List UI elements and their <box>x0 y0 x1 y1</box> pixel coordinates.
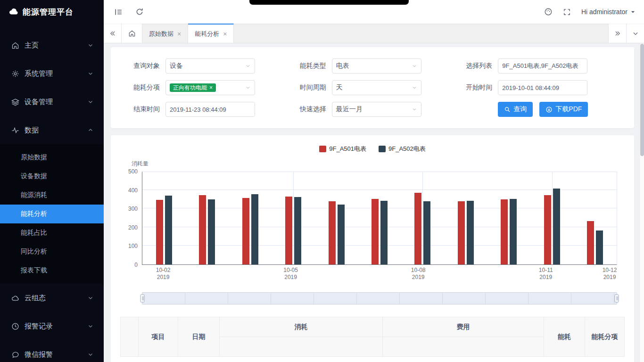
collapse-sidebar-icon[interactable] <box>114 8 123 16</box>
app-title: 能源管理平台 <box>23 7 74 17</box>
x-tick-label: 10-052019 <box>283 267 298 281</box>
tab-home[interactable] <box>122 24 142 43</box>
sidebar-item-system[interactable]: 系统管理 <box>0 59 104 88</box>
user-menu[interactable]: Hi administrator <box>581 8 636 16</box>
search-button[interactable]: 查询 <box>498 102 533 117</box>
slider-right-handle[interactable] <box>615 295 619 303</box>
download-icon <box>545 106 553 113</box>
bar <box>596 230 603 264</box>
tag-label: 正向有功电能 <box>173 85 207 90</box>
result-table: 项目 日期 消耗 费用 能耗 能耗分项 <box>120 317 625 357</box>
slider-left-handle[interactable] <box>140 295 145 303</box>
energy-subitem-select[interactable]: 正向有功电能 × <box>165 80 255 95</box>
tabs-scroll-left-button[interactable] <box>104 24 122 43</box>
legend-item[interactable]: 9F_A501电表 <box>319 145 366 153</box>
meter-list-input-wrap <box>498 58 587 74</box>
legend-swatch-icon <box>379 146 386 152</box>
data-zoom-slider[interactable] <box>142 292 617 304</box>
tab-raw-data[interactable]: 原始数据 × <box>142 24 188 43</box>
tab-energy-analysis[interactable]: 能耗分析 × <box>188 24 234 43</box>
table-header-consumption: 消耗 <box>220 317 383 337</box>
meter-list-input[interactable] <box>502 63 583 70</box>
end-time-input[interactable] <box>170 106 251 113</box>
sidebar-item-cloud-config[interactable]: 云组态 <box>0 284 104 312</box>
bar <box>208 199 215 264</box>
field-label: 能耗分项 <box>123 83 160 92</box>
table-header-cost: 费用 <box>383 317 544 337</box>
sidebar-item-energy-consumption[interactable]: 能源消耗 <box>0 186 104 205</box>
layers-icon <box>11 98 20 106</box>
sidebar-item-home[interactable]: 主页 <box>0 31 104 59</box>
chevron-down-icon <box>412 85 417 90</box>
close-icon[interactable]: × <box>223 31 227 37</box>
legend-item[interactable]: 9F_A502电表 <box>379 145 426 153</box>
page-scrollbar[interactable] <box>639 43 644 362</box>
bar-chart: 消耗量 0100200300400500 10-02201910-0520191… <box>120 160 625 281</box>
y-tick-label: 0 <box>134 262 138 268</box>
sidebar-item-report-download[interactable]: 报表下载 <box>0 261 104 280</box>
table-header-energy: 能耗 <box>544 317 585 357</box>
bar-group-10-08 <box>401 172 444 264</box>
sidebar-item-alarm-records[interactable]: 报警记录 <box>0 312 104 340</box>
bar-group-10-10 <box>487 172 530 264</box>
app-window: 能源管理平台 主页 系统管理 设备管理 数据 <box>0 0 644 362</box>
tabs-scroll-right-button[interactable] <box>608 24 626 43</box>
sidebar-item-data[interactable]: 数据 <box>0 116 104 144</box>
field-label: 选择列表 <box>455 62 492 70</box>
y-tick-label: 200 <box>128 224 138 231</box>
sidebar-item-energy-analysis[interactable]: 能耗分析 <box>0 205 104 223</box>
data-icon <box>11 126 20 134</box>
bar-group-10-09 <box>444 172 487 264</box>
legend-label: 9F_A501电表 <box>329 145 366 153</box>
submenu-item-label: 设备数据 <box>21 172 47 181</box>
bar <box>380 201 388 264</box>
field-label: 查询对象 <box>123 62 160 70</box>
field-label: 结束时间 <box>123 105 160 114</box>
submenu-item-label: 能耗占比 <box>21 229 47 237</box>
bar-group-10-11 <box>530 172 573 264</box>
sidebar-item-yoy-analysis[interactable]: 同比分析 <box>0 242 104 261</box>
start-time-input[interactable] <box>502 84 583 91</box>
select-value: 最近一月 <box>336 105 363 114</box>
bar-group-10-02 <box>142 172 185 264</box>
field-label: 能耗类型 <box>289 62 326 70</box>
refresh-icon[interactable] <box>135 8 144 16</box>
filter-panel: 查询对象 设备 能耗类型 电表 选择列表 <box>111 47 634 128</box>
sidebar-item-energy-ratio[interactable]: 能耗占比 <box>0 223 104 242</box>
bar <box>458 201 465 264</box>
sidebar-item-wechat-alarm[interactable]: 微信报警 <box>0 340 104 362</box>
query-object-select[interactable]: 设备 <box>165 58 255 74</box>
x-tick-label: 10-112019 <box>539 267 553 281</box>
sidebar-item-label: 微信报警 <box>25 350 88 359</box>
bar-group-10-04 <box>229 172 272 264</box>
tabs-menu-button[interactable] <box>626 24 644 43</box>
selected-tag: 正向有功电能 × <box>170 83 216 92</box>
time-period-select[interactable]: 天 <box>332 80 421 95</box>
chat-bubble-icon <box>11 350 20 359</box>
scrollbar-thumb[interactable] <box>640 44 644 156</box>
download-pdf-button[interactable]: 下载PDF <box>539 102 588 117</box>
cloud-icon <box>11 294 20 302</box>
bar <box>294 197 301 264</box>
gear-icon <box>11 69 20 78</box>
tab-label: 能耗分析 <box>195 30 219 38</box>
search-button-label: 查询 <box>513 105 527 114</box>
app-logo: 能源管理平台 <box>0 0 104 24</box>
sidebar-item-raw-data[interactable]: 原始数据 <box>0 148 104 167</box>
quick-select[interactable]: 最近一月 <box>332 102 421 117</box>
energy-type-select[interactable]: 电表 <box>332 58 421 74</box>
sidebar-item-device-data[interactable]: 设备数据 <box>0 167 104 186</box>
close-icon[interactable]: × <box>177 31 181 37</box>
bar <box>329 201 336 264</box>
sidebar-item-device[interactable]: 设备管理 <box>0 88 104 116</box>
submenu-item-label: 能源消耗 <box>21 191 47 199</box>
y-axis: 0100200300400500 <box>120 172 142 265</box>
bar-group-10-07 <box>358 172 401 264</box>
chevron-down-icon <box>88 42 93 48</box>
chevron-up-icon <box>88 127 93 133</box>
bar <box>199 195 206 264</box>
tag-close-icon[interactable]: × <box>209 85 213 90</box>
fullscreen-icon[interactable] <box>563 8 571 16</box>
y-axis-title: 消耗量 <box>132 160 617 168</box>
palette-icon[interactable] <box>544 8 553 16</box>
